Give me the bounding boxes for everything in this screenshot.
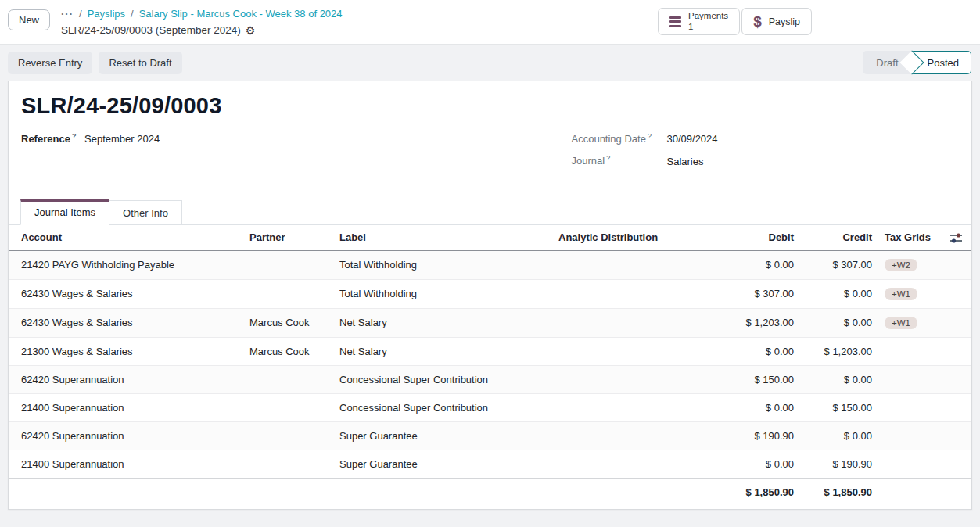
- payments-count: 1: [688, 22, 728, 32]
- cell-toggle-spacer: [941, 450, 971, 478]
- cell-analytic-distribution: [552, 365, 726, 393]
- optional-columns-toggle-icon[interactable]: [941, 225, 971, 251]
- cell-debit: $ 190.90: [726, 421, 800, 450]
- cell-debit: $ 1,203.00: [726, 308, 800, 337]
- cell-analytic-distribution: [552, 421, 726, 450]
- cell-debit: $ 150.00: [726, 365, 800, 393]
- cell-account: 62430 Wages & Salaries: [9, 308, 243, 337]
- table-row[interactable]: 62420 Superannuation Concessional Super …: [9, 365, 971, 393]
- cell-label: Net Salary: [333, 308, 552, 337]
- reference-label: Reference?: [21, 132, 84, 145]
- journal-value[interactable]: Salaries: [667, 156, 704, 167]
- cell-analytic-distribution: [552, 393, 726, 421]
- cell-credit: $ 0.00: [800, 421, 878, 450]
- cell-tax-grids: +W1: [878, 308, 941, 337]
- cell-tax-grids: [878, 337, 941, 365]
- cell-tax-grids: +W2: [878, 250, 941, 279]
- reset-to-draft-button[interactable]: Reset to Draft: [99, 52, 181, 74]
- cell-debit: $ 0.00: [726, 250, 800, 279]
- column-header-tax-grids[interactable]: Tax Grids: [878, 225, 941, 251]
- cell-account: 21420 PAYG Withholding Payable: [9, 250, 243, 279]
- table-row[interactable]: 21400 Superannuation Concessional Super …: [9, 393, 971, 421]
- cell-debit: $ 0.00: [726, 450, 800, 478]
- journal-items-body: 21420 PAYG Withholding Payable Total Wit…: [9, 250, 971, 478]
- payslip-label: Payslip: [769, 16, 800, 27]
- breadcrumb-link-payslips[interactable]: Payslips: [88, 7, 125, 22]
- table-row[interactable]: 62430 Wages & Salaries Total Withholding…: [9, 279, 971, 308]
- table-row[interactable]: 21420 PAYG Withholding Payable Total Wit…: [9, 250, 971, 279]
- cell-tax-grids: [878, 365, 941, 393]
- top-navbar: New ··· / Payslips / Salary Slip - Marcu…: [0, 0, 980, 45]
- cell-credit: $ 1,203.00: [800, 337, 878, 365]
- column-header-partner[interactable]: Partner: [243, 225, 333, 251]
- help-marker: ?: [606, 154, 610, 162]
- tab-journal-items[interactable]: Journal Items: [20, 199, 109, 225]
- cell-account: 62420 Superannuation: [9, 421, 243, 450]
- cell-tax-grids: +W1: [878, 279, 941, 308]
- table-row[interactable]: 62420 Superannuation Super Guarantee $ 1…: [9, 421, 971, 450]
- cell-label: Net Salary: [333, 337, 552, 365]
- breadcrumb: ··· / Payslips / Salary Slip - Marcus Co…: [61, 7, 343, 38]
- cell-toggle-spacer: [941, 337, 971, 365]
- table-row[interactable]: 21400 Superannuation Super Guarantee $ 0…: [9, 450, 971, 478]
- cell-credit: $ 190.90: [800, 450, 878, 478]
- cell-partner: [243, 250, 333, 279]
- column-header-credit[interactable]: Credit: [800, 225, 878, 251]
- gear-icon[interactable]: ⚙: [246, 25, 256, 36]
- cell-account: 21400 Superannuation: [9, 450, 243, 478]
- reference-value[interactable]: September 2024: [84, 133, 160, 145]
- cell-debit: $ 0.00: [726, 393, 800, 421]
- status-posted-label: Posted: [928, 57, 959, 69]
- cell-label: Total Withholding: [333, 250, 552, 279]
- cell-account: 62430 Wages & Salaries: [9, 279, 243, 308]
- total-debit: $ 1,850.90: [726, 478, 800, 506]
- journal-label: Journal?: [572, 154, 667, 167]
- journal-items-table: Account Partner Label Analytic Distribut…: [9, 225, 971, 506]
- cell-account: 21400 Superannuation: [9, 393, 243, 421]
- tax-grid-badge: +W1: [885, 317, 917, 329]
- help-marker: ?: [648, 132, 652, 140]
- table-row[interactable]: 21300 Wages & Salaries Marcus Cook Net S…: [9, 337, 971, 365]
- cell-credit: $ 307.00: [800, 250, 878, 279]
- breadcrumb-link-salary-slip[interactable]: Salary Slip - Marcus Cook - Week 38 of 2…: [139, 7, 343, 22]
- payments-stat-button[interactable]: Payments 1: [658, 8, 740, 35]
- dollar-icon: $: [753, 14, 762, 29]
- cell-label: Concessional Super Contribution: [333, 393, 552, 421]
- payslip-stat-button[interactable]: $ Payslip: [741, 8, 812, 35]
- cell-label: Super Guarantee: [333, 450, 552, 478]
- cell-toggle-spacer: [941, 308, 971, 337]
- cell-toggle-spacer: [941, 421, 971, 450]
- reverse-entry-button[interactable]: Reverse Entry: [8, 52, 92, 74]
- cell-partner: [243, 393, 333, 421]
- notebook-tabs: Journal Items Other Info: [9, 199, 971, 225]
- total-credit: $ 1,850.90: [800, 478, 878, 506]
- cell-analytic-distribution: [552, 337, 726, 365]
- cell-analytic-distribution: [552, 450, 726, 478]
- cell-partner: Marcus Cook: [243, 337, 333, 365]
- cell-analytic-distribution: [552, 308, 726, 337]
- cell-analytic-distribution: [552, 279, 726, 308]
- new-button[interactable]: New: [8, 9, 50, 30]
- cell-debit: $ 307.00: [726, 279, 800, 308]
- tax-grid-badge: +W2: [885, 259, 917, 271]
- totals-row: $ 1,850.90 $ 1,850.90: [9, 478, 971, 506]
- tax-grid-badge: +W1: [885, 288, 917, 300]
- cell-partner: [243, 279, 333, 308]
- tab-other-info[interactable]: Other Info: [109, 200, 182, 225]
- cell-toggle-spacer: [941, 279, 971, 308]
- cell-tax-grids: [878, 421, 941, 450]
- breadcrumb-ellipsis[interactable]: ···: [61, 7, 74, 22]
- column-header-account[interactable]: Account: [9, 225, 243, 251]
- column-header-label[interactable]: Label: [333, 225, 552, 251]
- column-header-analytic-distribution[interactable]: Analytic Distribution: [552, 225, 726, 251]
- table-header-row: Account Partner Label Analytic Distribut…: [9, 225, 971, 251]
- table-row[interactable]: 62430 Wages & Salaries Marcus Cook Net S…: [9, 308, 971, 337]
- cell-credit: $ 150.00: [800, 393, 878, 421]
- cell-label: Super Guarantee: [333, 421, 552, 450]
- form-sheet: SLR/24-25/09/0003 Reference? September 2…: [8, 81, 972, 510]
- status-stage-posted[interactable]: Posted: [912, 51, 971, 74]
- accounting-date-label: Accounting Date?: [572, 132, 667, 145]
- accounting-date-value[interactable]: 30/09/2024: [667, 133, 718, 145]
- payments-label: Payments: [688, 11, 728, 21]
- column-header-debit[interactable]: Debit: [726, 225, 800, 251]
